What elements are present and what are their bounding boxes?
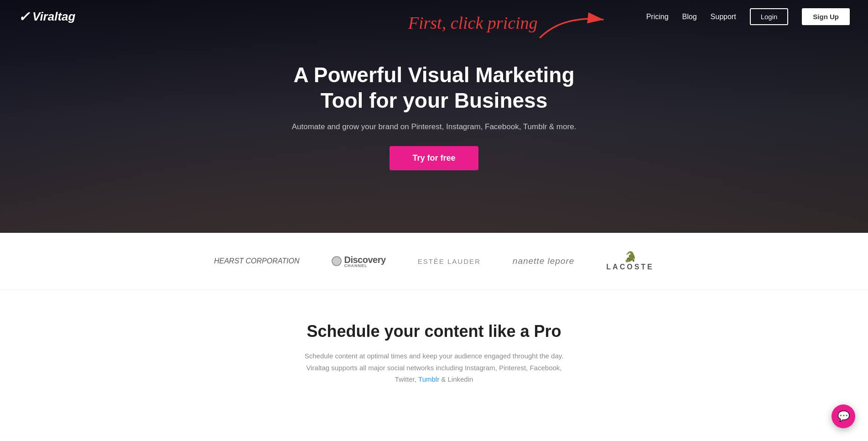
schedule-title: Schedule your content like a Pro [18, 322, 850, 341]
navbar: ✓ Viraltag Pricing Blog Support Login Si… [0, 0, 868, 33]
brand-estee-lauder: ESTÉE LAUDER [418, 257, 481, 265]
hero-subtitle: Automate and grow your brand on Pinteres… [292, 122, 577, 131]
hero-section: First, click pricing A Powerful Visual M… [0, 0, 868, 233]
nav-blog[interactable]: Blog [682, 13, 697, 21]
login-button[interactable]: Login [750, 8, 789, 25]
nanette-label: nanette lepore [513, 256, 575, 266]
brand-discovery: Discovery CHANNEL [332, 255, 386, 268]
hero-title-line1: A Powerful Visual Marketing [293, 63, 574, 87]
brand-lacoste: 🐊 LACOSTE [606, 251, 654, 271]
nav-links: Pricing Blog Support Login Sign Up [646, 8, 850, 25]
logo-v-icon: ✓ [18, 9, 30, 25]
schedule-desc-end: & Linkedin [441, 375, 473, 383]
logo[interactable]: ✓ Viraltag [18, 9, 75, 25]
lacoste-croc-icon: 🐊 [624, 251, 637, 263]
hearst-text: HEARST corporation [214, 257, 299, 265]
brand-nanette-lepore: nanette lepore [513, 256, 575, 266]
nav-support[interactable]: Support [711, 13, 736, 21]
brand-name: Viraltag [32, 10, 75, 24]
try-for-free-button[interactable]: Try for free [390, 146, 478, 170]
schedule-description: Schedule content at optimal times and ke… [302, 350, 567, 385]
nav-pricing[interactable]: Pricing [646, 13, 669, 21]
brands-section: HEARST corporation Discovery CHANNEL EST… [0, 233, 868, 290]
signup-button[interactable]: Sign Up [802, 8, 850, 25]
estee-label: ESTÉE LAUDER [418, 257, 481, 265]
tumblr-link[interactable]: Tumblr [418, 375, 439, 383]
hero-title-line2: Tool for your Business [321, 89, 548, 112]
hero-content: A Powerful Visual Marketing Tool for you… [283, 63, 586, 170]
lacoste-label: LACOSTE [606, 263, 654, 271]
hero-title: A Powerful Visual Marketing Tool for you… [292, 63, 577, 113]
discovery-text-group: Discovery CHANNEL [344, 255, 386, 268]
brand-hearst: HEARST corporation [214, 257, 299, 265]
schedule-section: Schedule your content like a Pro Schedul… [0, 290, 868, 404]
discovery-circle-icon [332, 256, 342, 266]
